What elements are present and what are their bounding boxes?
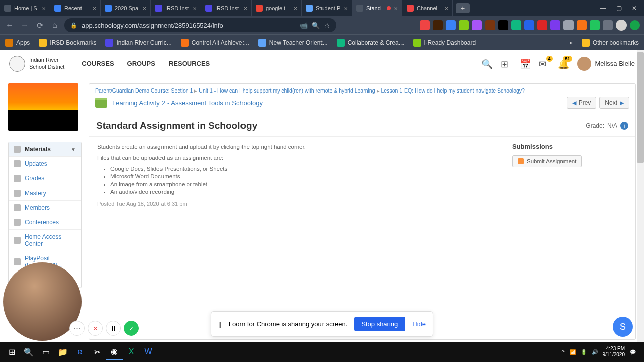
hide-link[interactable]: Hide [412,320,426,328]
excel-icon[interactable]: X [123,343,140,360]
nav-courses[interactable]: COURSES [82,60,114,67]
extension-icon[interactable] [564,20,574,30]
url-field[interactable]: 🔒 app.schoology.com/assignment/285916552… [64,18,336,32]
bookmark-item[interactable]: i-Ready Dashboard [413,39,476,47]
extension-icon[interactable] [630,20,640,30]
zoom-icon[interactable]: 🔍 [312,22,320,29]
close-icon[interactable]: × [394,5,398,12]
nav-resources[interactable]: RESOURCES [169,60,210,67]
bookmark-item[interactable]: Collaborate & Crea... [337,39,404,47]
extension-icon[interactable] [524,20,534,30]
loom-cancel-button[interactable]: ✕ [88,321,103,336]
loom-pause-button[interactable]: ⏸ [106,321,121,336]
browser-tab[interactable]: 2020 Spa× [101,0,151,16]
loom-done-button[interactable]: ✓ [124,321,139,336]
home-button[interactable]: ⌂ [49,20,60,31]
bookmark-apps[interactable]: Apps [5,39,30,47]
browser-tab[interactable]: Student P× [302,0,352,16]
extension-icon[interactable] [433,20,443,30]
loom-more-button[interactable]: ⋯ [69,321,85,336]
extension-icon[interactable] [603,20,613,30]
close-icon[interactable]: × [293,5,297,12]
sidebar-item-updates[interactable]: Updates [9,157,81,171]
word-icon[interactable]: W [140,343,157,360]
search-taskbar-icon[interactable]: 🔍 [20,343,37,360]
browser-tab[interactable]: Home | S× [0,0,50,16]
forward-button[interactable]: → [19,20,30,31]
sidebar-item-home-access[interactable]: Home Access Center [9,230,81,251]
next-button[interactable]: Next▶ [599,97,629,109]
extension-icon[interactable] [420,20,430,30]
close-icon[interactable]: × [92,5,96,12]
browser-tab[interactable]: Channel× [403,0,453,16]
browser-tab[interactable]: IRSD Inst× [151,0,201,16]
breadcrumb-link[interactable]: Unit 1 - How can I help support my child… [199,87,375,94]
star-icon[interactable]: ☆ [324,22,330,29]
back-button[interactable]: ← [4,20,15,31]
close-icon[interactable]: × [344,5,348,12]
sidebar-item-grades[interactable]: Grades [9,171,81,186]
breadcrumb-link[interactable]: Lesson 1 EQ: How do I help my student na… [381,87,525,94]
apps-icon[interactable]: ⊞ [501,59,511,69]
extension-icon[interactable] [485,20,495,30]
scrollbar[interactable] [637,50,644,342]
stop-sharing-button[interactable]: Stop sharing [354,317,405,331]
breadcrumb-link[interactable]: Parent/Guardian Demo Course: Section 1 [95,87,193,94]
camera-icon[interactable]: 📹 [300,22,308,29]
other-bookmarks[interactable]: Other bookmarks [582,39,639,47]
tray-chevron-icon[interactable]: ^ [562,349,565,355]
prev-button[interactable]: ◀Prev [567,97,597,109]
bookmark-item[interactable]: Control Alt Achieve:... [181,39,249,47]
battery-icon[interactable]: 🔋 [581,349,587,355]
chrome-icon[interactable]: ◉ [106,343,123,360]
sidebar-item-mastery[interactable]: Mastery [9,186,81,201]
browser-tab[interactable]: Recent× [50,0,101,16]
reload-button[interactable]: ⟳ [34,20,45,31]
network-icon[interactable]: 📶 [570,349,576,355]
browser-tab[interactable]: IRSD Inst× [201,0,252,16]
explorer-icon[interactable]: 📁 [54,343,71,360]
notifications-icon[interactable]: 💬 [630,349,636,355]
bookmark-item[interactable]: IRSD Bookmarks [39,39,96,47]
extension-icon[interactable] [498,20,508,30]
ie-icon[interactable]: e [71,343,89,360]
snip-icon[interactable]: ✂ [89,343,106,360]
extension-icon[interactable] [511,20,521,30]
clock[interactable]: 4:23 PM 9/11/2020 [603,346,625,358]
close-icon[interactable]: × [243,5,247,12]
info-icon[interactable]: i [620,122,628,130]
schoology-bubble[interactable]: S [613,317,633,337]
nav-groups[interactable]: GROUPS [127,60,155,67]
taskview-icon[interactable]: ▭ [37,343,54,360]
extension-icon[interactable] [550,20,560,30]
extension-icon[interactable] [537,20,547,30]
sidebar-item-members[interactable]: Members [9,201,81,215]
close-icon[interactable]: × [42,5,46,12]
bookmark-item[interactable]: New Teacher Orient... [258,39,328,47]
bookmark-overflow[interactable]: » [569,39,573,46]
minimize-icon[interactable]: — [600,5,606,12]
district-logo[interactable]: Indian River School District [9,56,64,72]
browser-tab-active[interactable]: Stand× [352,0,403,16]
extension-icon[interactable] [459,20,469,30]
course-image[interactable] [8,83,78,131]
close-window-icon[interactable]: ✕ [632,5,637,12]
extension-icon[interactable] [577,20,587,30]
browser-tab[interactable]: google t× [252,0,302,16]
submit-assignment-button[interactable]: Submit Assignment [512,155,582,167]
sidebar-item-conferences[interactable]: Conferences [9,215,81,230]
profile-avatar[interactable] [616,20,627,31]
calendar-icon[interactable]: 📅 [520,59,530,69]
close-icon[interactable]: × [193,5,197,12]
new-tab-button[interactable]: + [456,3,470,13]
sidebar-item-materials[interactable]: Materials▼ [9,142,81,157]
close-icon[interactable]: × [142,5,146,12]
volume-icon[interactable]: 🔊 [592,349,598,355]
extension-icon[interactable] [590,20,600,30]
search-icon[interactable]: 🔍 [481,59,492,69]
extension-icon[interactable] [472,20,482,30]
mail-icon[interactable]: ✉4 [539,59,549,69]
extension-icon[interactable] [446,20,456,30]
maximize-icon[interactable]: ▢ [616,5,622,12]
scroll-thumb[interactable] [637,52,644,163]
